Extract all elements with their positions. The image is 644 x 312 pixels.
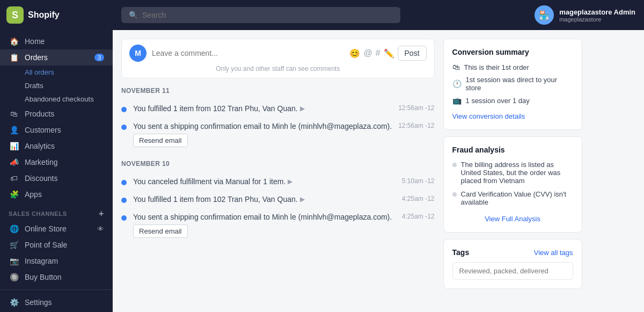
sales-channels-section-label: SALES CHANNELS + xyxy=(0,202,113,221)
timeline-time: 4:25am -12 xyxy=(402,195,435,202)
fraud-item: The billing address is listed as United … xyxy=(452,161,573,185)
sidebar: 🏠 Home 📋 Orders 3 All orders Drafts Aban… xyxy=(0,30,113,312)
post-button[interactable]: Post xyxy=(398,46,427,61)
store-brand-name: Shopify xyxy=(28,10,60,20)
conversion-item: 🕐 1st session was direct to your store xyxy=(452,76,573,92)
sidebar-item-instagram[interactable]: 📷 Instagram xyxy=(0,253,113,269)
customers-icon: 👤 xyxy=(9,126,19,134)
sidebar-item-discounts[interactable]: 🏷 Discounts xyxy=(0,170,113,186)
comment-input[interactable] xyxy=(152,49,344,57)
timeline-section-nov10: NOVEMBER 10 You canceled fulfillment via… xyxy=(121,160,435,242)
timeline-dot xyxy=(121,180,127,185)
monitor-icon: 📺 xyxy=(452,96,462,105)
timeline-time: 4:25am -12 xyxy=(402,213,435,220)
fraud-analysis-card: Fraud analysis The billing address is li… xyxy=(443,136,582,233)
chevron-right-icon: ▶ xyxy=(300,105,305,112)
user-store: mageplazastore xyxy=(559,16,635,23)
user-info: 🏪 mageplazastore Admin mageplazastore xyxy=(535,5,644,25)
discounts-icon: 🏷 xyxy=(9,174,19,183)
pos-icon: 🛒 xyxy=(9,241,19,249)
commenter-avatar: M xyxy=(129,45,147,62)
chevron-right-icon: ▶ xyxy=(300,195,305,203)
table-row: You sent a shipping confirmation email t… xyxy=(121,118,435,151)
search-icon: 🔍 xyxy=(129,11,138,19)
timeline-text: You canceled fulfillment via Manual for … xyxy=(133,177,286,186)
mention-button[interactable]: @ xyxy=(363,48,372,58)
search-input[interactable] xyxy=(142,11,393,19)
marketing-icon: 📣 xyxy=(9,158,19,166)
timeline-time: 12:56am -12 xyxy=(398,104,434,112)
avatar: 🏪 xyxy=(535,5,554,25)
instagram-icon: 📷 xyxy=(9,257,19,265)
sidebar-item-buy-button[interactable]: 🔘 Buy Button xyxy=(0,269,113,285)
view-full-analysis-link[interactable]: View Full Analysis xyxy=(485,215,540,223)
settings-icon: ⚙️ xyxy=(9,298,19,307)
chevron-right-icon: ▶ xyxy=(288,178,292,185)
tags-input[interactable] xyxy=(452,262,573,280)
sidebar-item-settings[interactable]: ⚙️ Settings xyxy=(0,294,113,310)
analytics-icon: 📊 xyxy=(9,142,19,150)
timeline-date-nov10: NOVEMBER 10 xyxy=(121,160,435,168)
attachment-button[interactable]: ✏️ xyxy=(384,48,394,59)
right-panel: Conversion summary 🛍 This is their 1st o… xyxy=(443,30,591,312)
conversion-item: 🛍 This is their 1st order xyxy=(452,63,573,71)
add-channel-icon[interactable]: + xyxy=(99,209,104,219)
comment-box: M 😊 @ # ✏️ Post Only you and other staff… xyxy=(121,39,435,78)
resend-email-button-2[interactable]: Resend email xyxy=(133,224,188,238)
center-panel: M 😊 @ # ✏️ Post Only you and other staff… xyxy=(113,30,443,312)
sidebar-item-home[interactable]: 🏠 Home xyxy=(0,33,113,49)
conversion-summary-title: Conversion summary xyxy=(452,48,573,56)
fraud-dot xyxy=(452,192,457,197)
sidebar-item-apps[interactable]: 🧩 Apps xyxy=(0,186,113,202)
buy-button-icon: 🔘 xyxy=(9,273,19,281)
sidebar-item-products[interactable]: 🛍 Products xyxy=(0,106,113,122)
timeline-section-nov11: NOVEMBER 11 You fulfilled 1 item from 10… xyxy=(121,87,435,151)
shopify-logo: S xyxy=(6,6,24,24)
sidebar-item-online-store[interactable]: 🌐 Online Store 👁 xyxy=(0,221,113,237)
online-store-icon: 🌐 xyxy=(9,224,19,233)
orders-badge: 3 xyxy=(94,54,104,61)
table-row: You sent a shipping confirmation email t… xyxy=(121,208,435,242)
order-icon: 🛍 xyxy=(452,63,460,71)
table-row: You fulfilled 1 item from 102 Tran Phu, … xyxy=(121,100,435,118)
timeline-dot xyxy=(121,125,127,130)
timeline-dot xyxy=(121,107,127,112)
sidebar-item-point-of-sale[interactable]: 🛒 Point of Sale xyxy=(0,237,113,253)
comment-note: Only you and other staff can see comment… xyxy=(129,65,427,72)
table-row: You fulfilled 1 item from 102 Tran Phu, … xyxy=(121,191,435,208)
eye-icon[interactable]: 👁 xyxy=(97,225,104,233)
view-conversion-details-link[interactable]: View conversion details xyxy=(452,112,525,120)
products-icon: 🛍 xyxy=(9,110,19,118)
fraud-item: Card Verification Value (CVV) isn't avai… xyxy=(452,190,573,206)
session-icon: 🕐 xyxy=(452,79,462,88)
sidebar-item-analytics[interactable]: 📊 Analytics xyxy=(0,138,113,154)
sidebar-item-orders[interactable]: 📋 Orders 3 xyxy=(0,49,113,66)
sidebar-sub-all-orders[interactable]: All orders xyxy=(0,66,113,79)
table-row: You canceled fulfillment via Manual for … xyxy=(121,173,435,191)
timeline-dot xyxy=(121,215,127,221)
conversion-item: 📺 1 session over 1 day xyxy=(452,96,573,105)
resend-email-button-1[interactable]: Resend email xyxy=(133,134,188,147)
sidebar-item-marketing[interactable]: 📣 Marketing xyxy=(0,154,113,170)
timeline-time: 12:56am -12 xyxy=(398,122,434,129)
conversion-summary-card: Conversion summary 🛍 This is their 1st o… xyxy=(443,39,582,130)
orders-icon: 📋 xyxy=(9,53,19,62)
timeline-text: You fulfilled 1 item from 102 Tran Phu, … xyxy=(133,195,298,204)
timeline-time: 5:10am -12 xyxy=(402,177,435,185)
sidebar-sub-abandoned[interactable]: Abandoned checkouts xyxy=(0,92,113,106)
hashtag-button[interactable]: # xyxy=(376,48,380,58)
sidebar-sub-drafts[interactable]: Drafts xyxy=(0,79,113,92)
tags-card: Tags View all tags xyxy=(443,239,582,289)
home-icon: 🏠 xyxy=(9,37,19,46)
tags-title: Tags xyxy=(452,248,470,257)
timeline-date-nov11: NOVEMBER 11 xyxy=(121,87,435,95)
fraud-analysis-title: Fraud analysis xyxy=(452,146,573,154)
timeline-text: You fulfilled 1 item from 102 Tran Phu, … xyxy=(133,104,298,113)
sidebar-item-customers[interactable]: 👤 Customers xyxy=(0,122,113,138)
view-all-tags-link[interactable]: View all tags xyxy=(534,249,573,257)
timeline-text: You sent a shipping confirmation email t… xyxy=(133,213,396,221)
search-bar: 🔍 xyxy=(121,7,400,23)
emoji-button[interactable]: 😊 xyxy=(349,48,360,59)
user-name: mageplazastore Admin xyxy=(559,8,635,16)
fraud-dot xyxy=(452,163,457,167)
